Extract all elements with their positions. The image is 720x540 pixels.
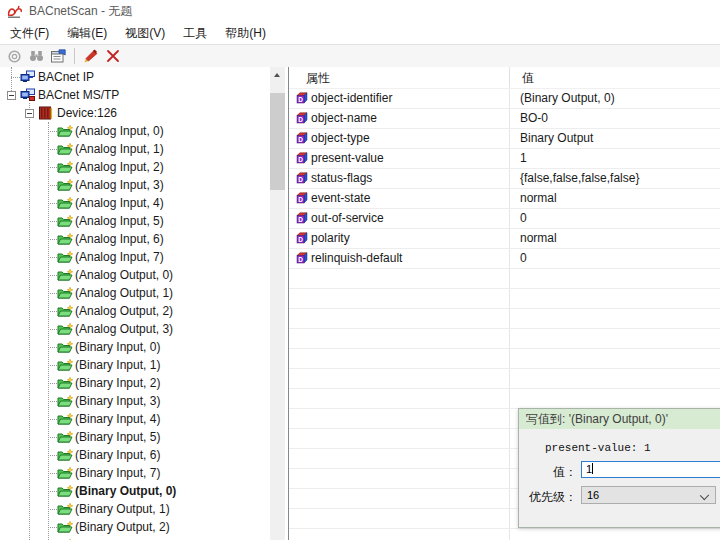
find-icon[interactable] [27, 47, 45, 65]
property-row-out-of-service[interactable]: Dout-of-service0 [289, 209, 720, 229]
property-value: BO-0 [520, 111, 548, 125]
property-cube-icon: D [296, 132, 308, 144]
menu-item-[interactable]: 工具 [174, 23, 216, 44]
tree-item-device-126[interactable]: Device:126 [0, 104, 270, 122]
property-cube-icon: D [296, 112, 308, 124]
tree-item-bacnet-ms-tp[interactable]: BACnet MS/TP [0, 86, 270, 104]
tree-connector [48, 149, 57, 150]
tree-item-analog-input-7[interactable]: (Analog Input, 7) [0, 248, 270, 266]
tree-item-binary-input-5[interactable]: (Binary Input, 5) [0, 428, 270, 446]
tree-item-analog-input-4[interactable]: (Analog Input, 4) [0, 194, 270, 212]
property-value: (Binary Output, 0) [520, 91, 615, 105]
tree-item-label: (Binary Output, 0) [75, 482, 176, 500]
property-row-object-name[interactable]: Dobject-nameBO-0 [289, 109, 720, 129]
property-value: {false,false,false,false} [520, 171, 639, 185]
tree-connector [48, 185, 57, 186]
tree-item-binary-input-4[interactable]: (Binary Input, 4) [0, 410, 270, 428]
property-row-object-type[interactable]: Dobject-typeBinary Output [289, 129, 720, 149]
tree-item-binary-input-2[interactable]: (Binary Input, 2) [0, 374, 270, 392]
value-input[interactable]: 1 [581, 461, 720, 478]
column-header-value[interactable]: 值 [522, 70, 534, 87]
tree-connector [48, 293, 57, 294]
menu-item-e[interactable]: 编辑(E) [58, 23, 116, 44]
tree-item-analog-output-2[interactable]: (Analog Output, 2) [0, 302, 270, 320]
property-row-status-flags[interactable]: Dstatus-flags{false,false,false,false} [289, 169, 720, 189]
folder-icon [57, 412, 73, 426]
column-header-property[interactable]: 属性 [306, 70, 330, 87]
property-row-empty [289, 529, 720, 540]
tree-item-binary-input-7[interactable]: (Binary Input, 7) [0, 464, 270, 482]
menu-item-v[interactable]: 视图(V) [116, 23, 174, 44]
tree-item-partial[interactable] [0, 536, 270, 540]
property-name: out-of-service [311, 211, 384, 225]
tree-item-bacnet-ip[interactable]: BACnet IP [0, 68, 270, 86]
tree-connector [48, 365, 57, 366]
tree-item-binary-output-1[interactable]: (Binary Output, 1) [0, 500, 270, 518]
write-value-dialog: 写值到: '(Binary Output, 0)' present-value:… [518, 408, 720, 528]
value-label: 值： [519, 464, 577, 481]
folder-icon [57, 124, 73, 138]
tree-item-analog-input-3[interactable]: (Analog Input, 3) [0, 176, 270, 194]
tree-item-analog-input-0[interactable]: (Analog Input, 0) [0, 122, 270, 140]
folder-icon [57, 520, 73, 534]
folder-icon [57, 142, 73, 156]
expand-collapse-box[interactable] [25, 109, 34, 118]
delete-icon[interactable] [104, 47, 122, 65]
tree-item-binary-input-1[interactable]: (Binary Input, 1) [0, 356, 270, 374]
property-name: status-flags [311, 171, 372, 185]
folder-icon [57, 376, 73, 390]
tree-item-analog-input-6[interactable]: (Analog Input, 6) [0, 230, 270, 248]
property-row-empty [289, 289, 720, 309]
tree-item-analog-output-1[interactable]: (Analog Output, 1) [0, 284, 270, 302]
tree-item-binary-output-2[interactable]: (Binary Output, 2) [0, 518, 270, 536]
svg-text:D: D [298, 216, 303, 223]
svg-text:D: D [298, 136, 303, 143]
tree-item-label: (Binary Input, 2) [75, 374, 160, 392]
property-value: normal [520, 231, 557, 245]
header-divider [509, 70, 510, 85]
tree-item-label: (Analog Input, 7) [75, 248, 164, 266]
scan-icon[interactable] [5, 47, 23, 65]
tree-connector [48, 401, 57, 402]
tree-connector [48, 257, 57, 258]
tree-item-label: (Binary Output, 1) [75, 500, 170, 518]
tree-item-label: (Analog Input, 0) [75, 122, 164, 140]
scrollbar-thumb[interactable] [270, 93, 285, 190]
tree-item-label: (Analog Output, 1) [75, 284, 173, 302]
property-row-relinquish-default[interactable]: Drelinquish-default0 [289, 249, 720, 269]
tree-item-analog-output-0[interactable]: (Analog Output, 0) [0, 266, 270, 284]
property-row-object-identifier[interactable]: Dobject-identifier(Binary Output, 0) [289, 89, 720, 109]
scrollbar-up-arrow[interactable] [274, 73, 280, 77]
tree-connector [48, 221, 57, 222]
folder-icon [57, 430, 73, 444]
tree-item-binary-input-0[interactable]: (Binary Input, 0) [0, 338, 270, 356]
tree-item-binary-input-3[interactable]: (Binary Input, 3) [0, 392, 270, 410]
tree-item-analog-input-1[interactable]: (Analog Input, 1) [0, 140, 270, 158]
folder-icon [57, 304, 73, 318]
tree-connector [48, 509, 57, 510]
property-row-empty [289, 389, 720, 409]
tree-connector [48, 419, 57, 420]
tree-item-binary-output-0[interactable]: (Binary Output, 0) [0, 482, 270, 500]
property-row-present-value[interactable]: Dpresent-value1 [289, 149, 720, 169]
tree-connector [48, 383, 57, 384]
property-name: relinquish-default [311, 251, 402, 265]
tree-item-analog-input-2[interactable]: (Analog Input, 2) [0, 158, 270, 176]
property-value: 0 [520, 211, 527, 225]
property-row-event-state[interactable]: Devent-statenormal [289, 189, 720, 209]
tree-connector [48, 131, 57, 132]
tree-item-binary-input-6[interactable]: (Binary Input, 6) [0, 446, 270, 464]
tree-item-analog-output-3[interactable]: (Analog Output, 3) [0, 320, 270, 338]
menu-item-h[interactable]: 帮助(H) [216, 23, 275, 44]
property-row-polarity[interactable]: Dpolaritynormal [289, 229, 720, 249]
expand-collapse-box[interactable] [7, 91, 16, 100]
write-value-icon[interactable] [82, 47, 100, 65]
svg-text:D: D [298, 256, 303, 263]
tree-item-label: (Analog Output, 3) [75, 320, 173, 338]
properties-icon[interactable] [49, 47, 67, 65]
priority-dropdown[interactable]: 16 [581, 486, 716, 504]
tree-item-analog-input-5[interactable]: (Analog Input, 5) [0, 212, 270, 230]
menu-item-f[interactable]: 文件(F) [1, 23, 58, 44]
folder-icon [57, 160, 73, 174]
tree-scrollbar[interactable] [270, 67, 285, 540]
